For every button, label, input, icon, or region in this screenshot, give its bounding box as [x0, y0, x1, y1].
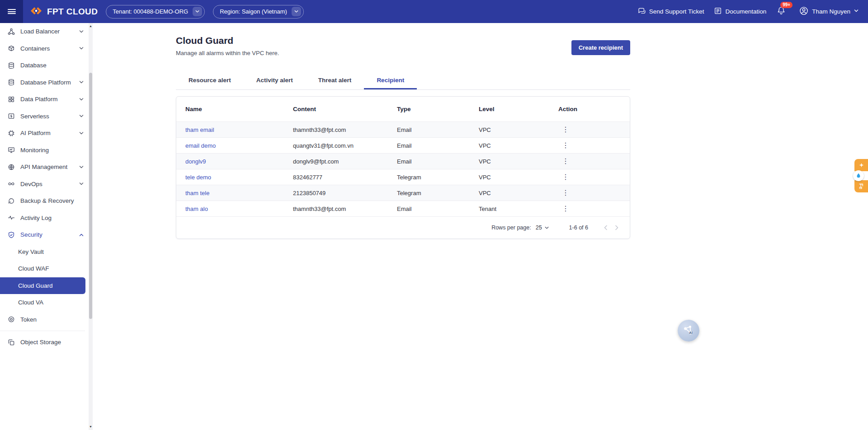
serverless-icon: [8, 112, 15, 120]
sidebar-item-containers[interactable]: Containers: [0, 40, 89, 57]
row-actions-menu-button[interactable]: ⋮: [558, 204, 573, 213]
row-actions-menu-button[interactable]: ⋮: [558, 157, 573, 166]
fpt-logo-icon: [29, 5, 43, 19]
main-content: Cloud Guard Manage all alarms within the…: [93, 23, 868, 430]
top-bar: FPT CLOUD Tenant: 000488-DEMO-ORG Region…: [0, 0, 868, 23]
sidebar-scrollbar[interactable]: ▲ ▼: [89, 23, 93, 430]
table-row: tham tele 2123850749 Telegram VPC ⋮: [176, 185, 630, 201]
row-actions-menu-button[interactable]: ⋮: [558, 188, 573, 197]
documentation-link[interactable]: Documentation: [714, 7, 766, 16]
recipient-content: thamnth33@fpt.com: [284, 206, 388, 212]
row-actions-menu-button[interactable]: ⋮: [558, 125, 573, 134]
tab-recipient[interactable]: Recipient: [364, 72, 417, 89]
recipient-type: Email: [388, 158, 470, 165]
recipient-level: Tenant: [470, 206, 549, 212]
sidebar-item-label: Backup & Recovery: [20, 197, 84, 204]
sidebar-item-object-storage[interactable]: Object Storage: [0, 334, 89, 351]
recipient-name-link[interactable]: tham tele: [185, 190, 209, 196]
sidebar-item-token[interactable]: Token: [0, 311, 89, 328]
sidebar-item-label: Data Platform: [20, 96, 79, 103]
brand-logo[interactable]: FPT CLOUD: [29, 5, 98, 19]
sidebar-item-label: Cloud VA: [18, 299, 43, 306]
column-header-action: Action: [549, 106, 630, 112]
table-row: donglv9 donglv9@fpt.com Email VPC ⋮: [176, 153, 630, 169]
sidebar-item-label: Key Vault: [18, 248, 44, 255]
database-icon: [8, 61, 15, 69]
rows-per-page-select[interactable]: 25: [536, 224, 549, 231]
bell-icon: [776, 9, 786, 17]
chevron-down-icon: [854, 8, 859, 15]
recipient-content: 832462777: [284, 174, 388, 181]
sidebar-item-key-vault[interactable]: Key Vault: [0, 243, 89, 261]
sidebar-item-cloud-va[interactable]: Cloud VA: [0, 294, 89, 311]
feedback-side-tab[interactable]: Fe: [854, 159, 868, 192]
sidebar-item-label: API Management: [20, 164, 79, 170]
sidebar-item-cloud-guard[interactable]: Cloud Guard: [0, 277, 85, 294]
chevron-down-icon: [79, 113, 84, 119]
chevron-down-icon: [79, 181, 84, 187]
region-selector[interactable]: Region: Saigon (Vietnam): [213, 5, 304, 19]
sidebar-item-monitoring[interactable]: Monitoring: [0, 142, 89, 159]
table-row: tham email thamnth33@fpt.com Email VPC ⋮: [176, 122, 630, 137]
sidebar-item-ai-platform[interactable]: AI Platform: [0, 125, 89, 142]
hamburger-menu-icon[interactable]: [0, 0, 23, 23]
sidebar-item-data-platform[interactable]: Data Platform: [0, 91, 89, 108]
sidebar-item-label: Activity Log: [20, 215, 84, 221]
user-avatar-icon: [799, 6, 809, 17]
sidebar-item-activity-log[interactable]: Activity Log: [0, 210, 89, 227]
sidebar-item-backup-recovery[interactable]: Backup & Recovery: [0, 192, 89, 210]
row-actions-menu-button[interactable]: ⋮: [558, 173, 573, 182]
chevron-down-icon: [79, 29, 84, 34]
water-droplet-icon: [853, 170, 864, 181]
region-label: Region: Saigon (Vietnam): [220, 8, 287, 15]
ai-assistant-button[interactable]: AI: [678, 320, 699, 341]
column-header-name: Name: [176, 106, 284, 112]
sidebar-item-label: Cloud Guard: [18, 282, 53, 289]
chevron-down-icon: [79, 79, 84, 85]
recipient-name-link[interactable]: tham alo: [185, 206, 208, 212]
scroll-down-arrow-icon[interactable]: ▼: [89, 425, 93, 429]
sidebar-item-serverless[interactable]: Serverless: [0, 108, 89, 125]
recipient-name-link[interactable]: donglv9: [185, 158, 206, 165]
recipient-name-link[interactable]: tele demo: [185, 174, 211, 181]
row-actions-menu-button[interactable]: ⋮: [558, 141, 573, 150]
tab-threat-alert[interactable]: Threat alert: [306, 72, 364, 89]
security-shield-icon: [8, 231, 15, 238]
send-support-ticket-link[interactable]: Send Support Ticket: [637, 7, 704, 17]
recipient-name-link[interactable]: email demo: [185, 142, 216, 149]
user-menu[interactable]: Tham Nguyen: [799, 6, 859, 17]
previous-page-button[interactable]: [600, 223, 611, 232]
chevron-down-icon: [292, 7, 301, 16]
chevron-down-icon: [544, 225, 549, 230]
scroll-up-arrow-icon[interactable]: ▲: [89, 24, 93, 28]
sidebar-item-cloud-waf[interactable]: Cloud WAF: [0, 260, 89, 277]
sidebar-item-devops[interactable]: DevOps: [0, 176, 89, 193]
user-name: Tham Nguyen: [812, 8, 850, 15]
sidebar-item-database-platform[interactable]: Database Platform: [0, 74, 89, 91]
sidebar-item-database[interactable]: Database: [0, 57, 89, 74]
table-footer: Rows per page: 25 1-6 of 6: [176, 216, 630, 238]
sidebar-item-security[interactable]: Security: [0, 226, 89, 243]
sidebar-item-label: Token: [20, 316, 84, 323]
load-balancer-icon: [8, 28, 15, 35]
sidebar-scrollbar-thumb[interactable]: [89, 73, 92, 319]
sidebar-item-label: Serverless: [20, 113, 79, 120]
recipient-type: Email: [388, 142, 470, 149]
notification-count-badge: 99+: [780, 2, 793, 8]
tenant-selector[interactable]: Tenant: 000488-DEMO-ORG: [106, 5, 205, 19]
sidebar-item-api-management[interactable]: API Management: [0, 159, 89, 176]
next-page-button[interactable]: [611, 223, 623, 232]
recipient-name-link[interactable]: tham email: [185, 126, 214, 133]
table-header-row: Name Content Type Level Action: [176, 97, 630, 122]
create-recipient-button[interactable]: Create recipient: [571, 40, 630, 55]
chevron-down-icon: [193, 7, 202, 16]
recipient-type: Telegram: [388, 174, 470, 181]
sidebar-item-load-balancer[interactable]: Load Balancer: [0, 23, 89, 40]
tab-resource-alert[interactable]: Resource alert: [176, 72, 244, 89]
sidebar-item-label: Containers: [20, 45, 79, 52]
support-chat-icon: [637, 7, 646, 17]
recipient-level: VPC: [470, 190, 549, 196]
notifications-button[interactable]: 99+: [776, 6, 786, 18]
chevron-down-icon: [79, 164, 84, 170]
tab-activity-alert[interactable]: Activity alert: [244, 72, 306, 89]
